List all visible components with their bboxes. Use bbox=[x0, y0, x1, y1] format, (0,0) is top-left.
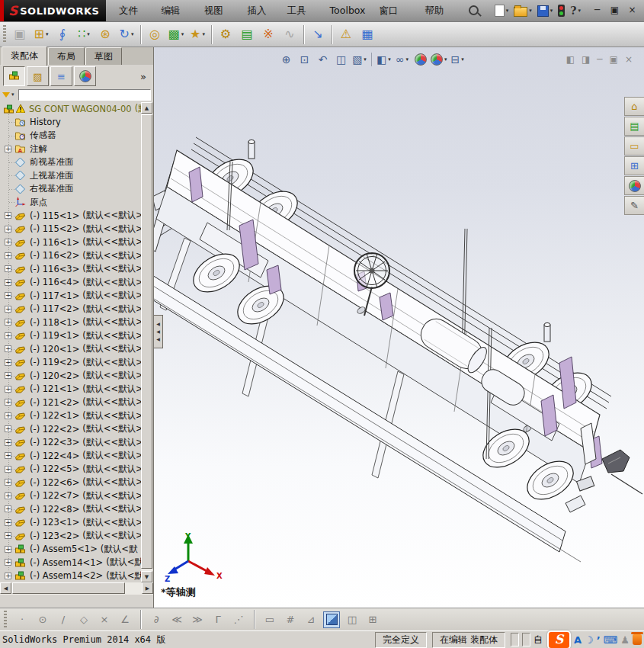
tree-item-item-6[interactable]: 右视基准面 bbox=[0, 182, 143, 196]
apply-scene-dropdown-icon[interactable]: ▾ bbox=[444, 56, 447, 63]
expander-icon[interactable]: + bbox=[5, 452, 11, 459]
doc-minimize-icon[interactable]: ─ bbox=[597, 54, 602, 65]
panel-splitter-handle[interactable]: ◀◀◀ bbox=[154, 315, 163, 348]
zoom-to-area-button[interactable]: ⊡ bbox=[296, 50, 313, 69]
search-icon[interactable] bbox=[466, 3, 481, 18]
vertical-scroll-thumb[interactable] bbox=[141, 114, 152, 569]
snap-intersections-button[interactable]: × bbox=[96, 611, 113, 628]
snap-length-button[interactable]: ⋰ bbox=[230, 611, 247, 628]
snap-horizontal-vertical-button[interactable]: Γ bbox=[210, 611, 226, 628]
tree-item-item-2[interactable]: 传感器 bbox=[0, 129, 143, 143]
expander-icon[interactable]: + bbox=[5, 252, 11, 259]
expander-icon[interactable]: + bbox=[5, 212, 11, 219]
scroll-left-icon[interactable]: ◀ bbox=[0, 582, 11, 594]
mate-button[interactable]: ∮ bbox=[52, 24, 73, 45]
propertymanager-button[interactable]: ▨ bbox=[27, 66, 49, 86]
snap-points-button[interactable]: · bbox=[14, 611, 30, 628]
expander-icon[interactable]: + bbox=[5, 505, 11, 512]
custom-properties-button[interactable]: ✎ bbox=[624, 196, 644, 215]
horizontal-scroll-thumb[interactable] bbox=[12, 582, 125, 594]
pane-right-icon[interactable]: ◨ bbox=[582, 54, 590, 65]
tree-horizontal-scrollbar[interactable]: ◀ ▶ bbox=[0, 582, 153, 595]
scroll-up-icon[interactable]: ▲ bbox=[141, 102, 152, 114]
menu-item-1[interactable]: 编辑(E) bbox=[155, 0, 197, 21]
zoom-to-fit-button[interactable]: ⊕ bbox=[277, 50, 295, 69]
hide-show-items-dropdown-icon[interactable]: ▾ bbox=[406, 56, 409, 63]
menu-item-2[interactable]: 视图(V) bbox=[197, 0, 241, 21]
expander-icon[interactable]: + bbox=[5, 412, 11, 419]
help-dropdown-icon[interactable]: ▾ bbox=[578, 8, 581, 14]
tree-item-122-1[interactable]: +(-) 122<1>(默认<<默认> bbox=[0, 409, 143, 423]
filter-dropdown-icon[interactable]: ▾ bbox=[11, 91, 14, 98]
manager-overflow-chevron[interactable]: » bbox=[140, 71, 150, 82]
expander-icon[interactable]: + bbox=[5, 359, 11, 366]
new-document-dropdown-icon[interactable]: ▾ bbox=[506, 8, 509, 14]
view-palette-button[interactable]: ⊞ bbox=[624, 156, 644, 175]
doc-restore-icon[interactable]: ▣ bbox=[610, 54, 618, 65]
menu-item-3[interactable]: 插入(I) bbox=[240, 0, 280, 21]
ime-account-icon[interactable]: ♟ bbox=[620, 634, 630, 646]
tree-item-117-1[interactable]: +(-) 117<1>(默认<<默认> bbox=[0, 289, 143, 303]
update-assembly-button[interactable]: ⚠ bbox=[335, 24, 357, 45]
tab-layout[interactable]: 布局 bbox=[48, 47, 85, 65]
doc-close-icon[interactable]: × bbox=[625, 54, 633, 65]
tree-item-122-3[interactable]: +(-) 122<3>(默认<<默认> bbox=[0, 436, 143, 450]
move-component-dropdown-icon[interactable]: ▾ bbox=[131, 31, 134, 37]
menu-item-6[interactable]: 窗口(W) bbox=[372, 0, 418, 21]
expander-icon[interactable]: + bbox=[5, 439, 11, 446]
expander-icon[interactable]: + bbox=[5, 386, 11, 393]
design-library-button[interactable]: ▤ bbox=[624, 117, 644, 136]
tree-item-118-1[interactable]: +(-) 118<1>(默认<<默认> bbox=[0, 316, 143, 329]
tree-item-120-2[interactable]: +(-) 120<2>(默认<<默认> bbox=[0, 369, 143, 383]
ime-punctuation-icon[interactable]: ’ bbox=[597, 634, 601, 646]
menu-item-0[interactable]: 文件(F) bbox=[112, 0, 154, 21]
image-quality-button[interactable]: ▦ bbox=[357, 24, 378, 45]
sogou-input-icon[interactable]: S bbox=[547, 630, 571, 648]
assembly-features-button[interactable]: ▩▾ bbox=[165, 24, 187, 45]
configurationmanager-button[interactable]: ≡ bbox=[50, 66, 72, 86]
file-explorer-button[interactable]: ▭ bbox=[624, 136, 644, 156]
expander-icon[interactable]: + bbox=[5, 226, 11, 233]
expander-icon[interactable]: + bbox=[5, 492, 11, 499]
expander-icon[interactable]: + bbox=[5, 466, 11, 473]
expander-icon[interactable]: + bbox=[5, 279, 11, 286]
tree-item-116-1[interactable]: +(-) 116<1>(默认<<默认> bbox=[0, 236, 143, 249]
pane-left-icon[interactable]: ◧ bbox=[566, 54, 575, 65]
display-style-shaded-button[interactable] bbox=[323, 611, 340, 628]
expander-icon[interactable]: + bbox=[5, 399, 11, 406]
expander-icon[interactable]: + bbox=[5, 306, 11, 313]
tree-item-item-3[interactable]: +A注解 bbox=[0, 143, 143, 156]
tree-item-item-5[interactable]: 上视基准面 bbox=[0, 169, 143, 183]
hide-show-items-button[interactable]: ∞▾ bbox=[393, 50, 411, 69]
ime-font-mode-icon[interactable]: A bbox=[574, 634, 582, 646]
tree-item-assem5-1[interactable]: +(-) Assem5<1>(默认<默 bbox=[0, 543, 143, 557]
previous-view-button[interactable]: ↶ bbox=[314, 50, 332, 69]
snap-line-button[interactable]: / bbox=[55, 611, 72, 628]
display-style-dropdown-icon[interactable]: ▾ bbox=[388, 56, 391, 63]
menu-item-5[interactable]: Toolbox bbox=[323, 0, 373, 21]
tree-item-123-2[interactable]: +(-) 123<2>(默认<<默认> bbox=[0, 529, 143, 543]
tree-item-sg-cont-wagon04-00[interactable]: SG CONT WAGON04-00(默 bbox=[0, 102, 143, 116]
help-button[interactable]: ?▾ bbox=[569, 3, 582, 18]
tree-item-116-3[interactable]: +(-) 116<3>(默认<<默认> bbox=[0, 262, 143, 276]
expander-icon[interactable]: + bbox=[5, 425, 11, 432]
scroll-down-icon[interactable]: ▼ bbox=[141, 571, 152, 582]
ime-soft-keyboard-icon[interactable]: ⌨ bbox=[604, 634, 618, 646]
tree-item-117-2[interactable]: +(-) 117<2>(默认<<默认> bbox=[0, 303, 143, 316]
tree-item-item-4[interactable]: 前视基准面 bbox=[0, 156, 143, 169]
open-document-dropdown-icon[interactable]: ▾ bbox=[529, 8, 532, 14]
view-settings-dropdown-icon[interactable]: ▾ bbox=[461, 56, 464, 63]
expander-icon[interactable]: + bbox=[5, 292, 11, 299]
show-hidden-components-button[interactable]: ◎ bbox=[144, 24, 165, 45]
expander-icon[interactable]: + bbox=[5, 519, 11, 526]
instant3d-button[interactable]: ↘ bbox=[307, 24, 328, 45]
menu-item-7[interactable]: 帮助(H) bbox=[418, 0, 462, 21]
filter-input[interactable] bbox=[18, 89, 151, 101]
tree-item-121-2[interactable]: +(-) 121<2>(默认<<默认> bbox=[0, 396, 143, 409]
reference-geometry-button[interactable]: ★▾ bbox=[187, 24, 208, 45]
tree-item-item-7[interactable]: 原点 bbox=[0, 196, 143, 210]
minimize-button[interactable]: ─ bbox=[588, 4, 606, 18]
ime-toolbox-icon[interactable] bbox=[633, 634, 642, 645]
restore-button[interactable]: ▣ bbox=[606, 4, 623, 18]
snap-parallel-button[interactable]: ≪ bbox=[168, 611, 185, 628]
